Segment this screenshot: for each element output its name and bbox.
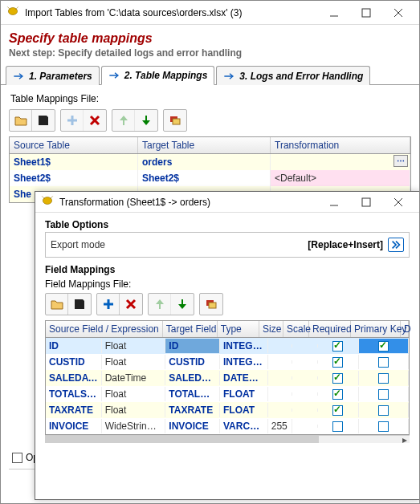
minimize-button[interactable] bbox=[318, 191, 350, 213]
move-up-button bbox=[149, 294, 171, 315]
col-primary-key[interactable]: Primary Key bbox=[351, 321, 401, 337]
table-row[interactable]: Sheet2$ Sheet2$ <Default> bbox=[10, 170, 410, 186]
add-button[interactable] bbox=[97, 294, 120, 315]
cards-button[interactable] bbox=[200, 294, 222, 315]
delete-button[interactable] bbox=[120, 294, 142, 315]
size-cell bbox=[268, 408, 292, 412]
open-button[interactable] bbox=[46, 294, 68, 315]
source-field: INVOICE bbox=[46, 419, 102, 433]
source-field: CUSTID bbox=[46, 355, 102, 369]
field-mappings-heading: Field Mappings bbox=[35, 258, 419, 277]
minimize-button[interactable] bbox=[318, 2, 350, 24]
primary-key-cell[interactable] bbox=[359, 355, 409, 369]
checkbox-icon[interactable] bbox=[378, 421, 389, 432]
close-button[interactable] bbox=[382, 2, 414, 24]
titlebar: Import Tables from 'C:\data sources\orde… bbox=[1, 1, 419, 25]
maximize-button[interactable] bbox=[350, 2, 382, 24]
primary-key-cell[interactable] bbox=[359, 403, 409, 417]
primary-key-cell[interactable] bbox=[359, 419, 409, 433]
required-cell[interactable] bbox=[318, 387, 360, 401]
scale-cell bbox=[292, 360, 318, 364]
cards-button[interactable] bbox=[164, 110, 186, 131]
col-d[interactable]: D bbox=[401, 321, 409, 337]
col-target-field[interactable]: Target Field bbox=[163, 321, 218, 337]
svg-rect-11 bbox=[209, 303, 216, 308]
tab-table-mappings[interactable]: 2. Table Mappings bbox=[101, 66, 215, 85]
close-button[interactable] bbox=[382, 191, 414, 213]
maximize-button[interactable] bbox=[350, 191, 382, 213]
horizontal-scrollbar[interactable]: ◂ ▸ bbox=[45, 435, 410, 443]
col-transformation[interactable]: Transformation bbox=[271, 137, 410, 153]
required-cell[interactable] bbox=[318, 403, 360, 417]
table-row[interactable]: INVOICEWideString(255)INVOICEVARCHAR255 bbox=[46, 418, 409, 434]
col-type[interactable]: Type bbox=[218, 321, 259, 337]
wizard-tabs: 1. Parameters 2. Table Mappings 3. Logs … bbox=[1, 65, 419, 85]
target-type: DATETIME bbox=[220, 371, 268, 385]
page-subtitle: Next step: Specify detailed logs and err… bbox=[9, 47, 411, 59]
transformation-title: Transformation (Sheet1$ -> orders) bbox=[59, 197, 318, 208]
transformation-window: Transformation (Sheet1$ -> orders) Table… bbox=[35, 191, 420, 500]
col-source-field[interactable]: Source Field / Expression bbox=[46, 321, 163, 337]
checkbox-icon[interactable] bbox=[332, 389, 343, 400]
target-type: VARCHAR bbox=[220, 419, 268, 433]
col-scale[interactable]: Scale bbox=[283, 321, 309, 337]
target-field: ID bbox=[165, 339, 220, 353]
checkbox-icon[interactable] bbox=[378, 357, 389, 368]
required-cell[interactable] bbox=[318, 339, 360, 353]
col-target-table[interactable]: Target Table bbox=[138, 137, 271, 153]
primary-key-cell[interactable] bbox=[359, 387, 409, 401]
col-required[interactable]: Required bbox=[309, 321, 351, 337]
required-cell[interactable] bbox=[318, 371, 360, 385]
checkbox-icon[interactable] bbox=[378, 373, 389, 384]
open-button[interactable] bbox=[10, 110, 32, 131]
table-mappings-file-label: Table Mappings File: bbox=[1, 85, 419, 109]
checkbox-icon[interactable] bbox=[332, 421, 343, 432]
target-type: INTEGER bbox=[220, 339, 268, 353]
checkbox-icon[interactable] bbox=[378, 405, 389, 416]
tab-logs[interactable]: 3. Logs and Error Handling bbox=[216, 66, 370, 85]
ellipsis-button[interactable]: ⋯ bbox=[393, 155, 408, 167]
scrollbar-thumb[interactable] bbox=[45, 436, 319, 443]
checkbox-icon[interactable] bbox=[12, 453, 22, 463]
table-row[interactable]: IDFloatIDINTEGER bbox=[46, 338, 409, 354]
checkbox-icon[interactable] bbox=[378, 341, 389, 352]
scroll-right-icon[interactable]: ▸ bbox=[400, 436, 410, 443]
col-source-table[interactable]: Source Table bbox=[10, 137, 138, 153]
add-button bbox=[61, 110, 84, 131]
required-cell[interactable] bbox=[318, 355, 360, 369]
table-row[interactable]: SALEDATEDateTimeSALEDATEDATETIME bbox=[46, 370, 409, 386]
table-row[interactable]: TOTALSUMFloatTOTALSUMFLOAT bbox=[46, 386, 409, 402]
delete-button[interactable] bbox=[84, 110, 106, 131]
target-type: FLOAT bbox=[220, 387, 268, 401]
app-icon bbox=[40, 193, 55, 210]
primary-key-cell[interactable] bbox=[359, 339, 409, 353]
primary-key-cell[interactable] bbox=[359, 371, 409, 385]
save-button[interactable] bbox=[68, 294, 91, 315]
checkbox-icon[interactable] bbox=[332, 405, 343, 416]
source-field: SALEDATE bbox=[46, 371, 102, 385]
target-field: CUSTID bbox=[165, 355, 220, 369]
checkbox-icon[interactable] bbox=[332, 373, 343, 384]
checkbox-icon[interactable] bbox=[378, 389, 389, 400]
checkbox-icon[interactable] bbox=[332, 341, 343, 352]
move-down-button[interactable] bbox=[135, 110, 157, 131]
tab-parameters[interactable]: 1. Parameters bbox=[6, 66, 100, 85]
source-type: Float bbox=[102, 387, 166, 401]
size-cell bbox=[268, 392, 292, 396]
size-cell: 255 bbox=[268, 419, 292, 433]
checkbox-icon[interactable] bbox=[332, 357, 343, 368]
source-type: DateTime bbox=[102, 371, 166, 385]
save-button[interactable] bbox=[32, 110, 55, 131]
transformation-cell[interactable]: ⋯ bbox=[271, 154, 410, 170]
table-row[interactable]: TAXRATEFloatTAXRATEFLOAT bbox=[46, 402, 409, 418]
export-mode-row: Export mode [Replace+Insert] bbox=[45, 232, 410, 258]
double-arrow-button[interactable] bbox=[388, 238, 404, 252]
required-cell[interactable] bbox=[318, 419, 360, 433]
target-type: INTEGER bbox=[220, 355, 268, 369]
table-options-heading: Table Options bbox=[35, 213, 419, 232]
move-down-button[interactable] bbox=[171, 294, 194, 315]
size-cell bbox=[268, 344, 292, 348]
table-row[interactable]: Sheet1$ orders ⋯ bbox=[10, 154, 410, 170]
table-row[interactable]: CUSTIDFloatCUSTIDINTEGER bbox=[46, 354, 409, 370]
col-size[interactable]: Size bbox=[259, 321, 283, 337]
